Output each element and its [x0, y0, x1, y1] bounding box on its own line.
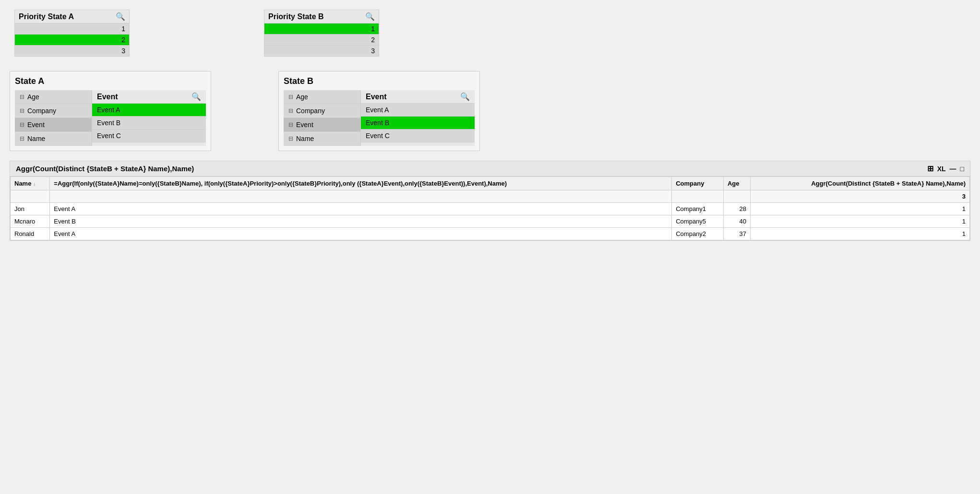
priority-state-a-table: Priority State A 🔍 1 2 3	[14, 10, 130, 57]
table-row: Mcnaro Event B Company5 40 1	[11, 215, 970, 228]
table-icon: ⊟	[288, 135, 293, 142]
state-b-fields: ⊟ Age ⊟ Company ⊟ Event ⊟ Name	[284, 90, 360, 146]
xl-label[interactable]: XL	[937, 165, 946, 173]
priority-a-search-icon[interactable]: 🔍	[116, 12, 125, 21]
table-row: Ronald Event A Company2 37 1	[11, 228, 970, 240]
state-a-title: State A	[15, 76, 206, 86]
state-b-event-dropdown: Event 🔍 Event A Event B Event C	[360, 90, 475, 146]
table-grid-icon[interactable]: ⊞	[927, 164, 933, 173]
col-header-company[interactable]: Company	[672, 177, 724, 190]
sort-arrow: ↓	[33, 181, 36, 187]
state-b-title: State B	[284, 76, 475, 86]
priority-b-row-2[interactable]: 2	[264, 34, 379, 45]
priority-b-header: Priority State B 🔍	[264, 10, 379, 23]
row-mcnaro-formula: Event B	[50, 215, 672, 228]
state-b-field-event[interactable]: ⊟ Event	[284, 118, 360, 132]
state-b-field-age[interactable]: ⊟ Age	[284, 90, 360, 104]
state-a-event-c[interactable]: Event C	[92, 129, 206, 142]
data-table: Name ↓ =Aggr(If(only({StateA}Name)=only(…	[10, 176, 970, 240]
state-b-panel: State B ⊟ Age ⊟ Company ⊟ Event ⊟ Name	[278, 71, 480, 151]
table-icon: ⊟	[20, 135, 24, 142]
col-header-formula[interactable]: =Aggr(If(only({StateA}Name)=only({StateB…	[50, 177, 672, 190]
table-icon: ⊟	[20, 121, 24, 128]
table-icon: ⊟	[288, 94, 293, 100]
state-a-field-event[interactable]: ⊟ Event	[15, 118, 92, 132]
row-jon-formula: Event A	[50, 203, 672, 215]
row-mcnaro-age: 40	[723, 215, 750, 228]
state-a-fields: ⊟ Age ⊟ Company ⊟ Event ⊟ Name	[15, 90, 92, 146]
state-b-content: ⊟ Age ⊟ Company ⊟ Event ⊟ Name Eve	[284, 90, 475, 146]
table-title: Aggr(Count(Distinct {StateB + StateA} Na…	[16, 165, 194, 173]
total-company	[672, 190, 724, 203]
table-icon: ⊟	[20, 107, 24, 114]
state-a-event-a[interactable]: Event A	[92, 104, 206, 117]
row-ronald-age: 37	[723, 228, 750, 240]
state-a-event-b[interactable]: Event B	[92, 117, 206, 129]
middle-section: State A ⊟ Age ⊟ Company ⊟ Event ⊟ Name	[5, 71, 975, 151]
row-ronald-aggr: 1	[750, 228, 969, 240]
table-total-row: 3	[11, 190, 970, 203]
state-a-field-name[interactable]: ⊟ Name	[15, 132, 92, 146]
col-header-age[interactable]: Age	[723, 177, 750, 190]
row-jon-age: 28	[723, 203, 750, 215]
col-header-aggr[interactable]: Aggr(Count(Distinct {StateB + StateA} Na…	[750, 177, 969, 190]
priority-b-title: Priority State B	[268, 12, 324, 21]
col-header-name[interactable]: Name ↓	[11, 177, 50, 190]
row-ronald-formula: Event A	[50, 228, 672, 240]
state-a-content: ⊟ Age ⊟ Company ⊟ Event ⊟ Name Eve	[15, 90, 206, 146]
state-a-event-dropdown: Event 🔍 Event A Event B Event C	[92, 90, 206, 146]
row-ronald-company: Company2	[672, 228, 724, 240]
main-table-section: Aggr(Count(Distinct {StateB + StateA} Na…	[10, 161, 970, 241]
state-a-event-header: Event 🔍	[92, 90, 206, 104]
row-jon-name: Jon	[11, 203, 50, 215]
priority-a-row-2[interactable]: 2	[15, 34, 129, 45]
minimize-icon[interactable]: —	[950, 165, 956, 173]
top-section: Priority State A 🔍 1 2 3 Priority State …	[5, 5, 975, 61]
priority-b-search-icon[interactable]: 🔍	[365, 12, 375, 21]
state-a-field-age[interactable]: ⊟ Age	[15, 90, 92, 104]
total-name	[11, 190, 50, 203]
state-b-event-search-icon[interactable]: 🔍	[460, 92, 470, 101]
priority-state-b-table: Priority State B 🔍 1 2 3	[264, 10, 379, 57]
priority-a-row-3[interactable]: 3	[15, 45, 129, 56]
table-icon: ⊟	[288, 121, 293, 128]
priority-b-row-3[interactable]: 3	[264, 45, 379, 56]
state-b-event-b[interactable]: Event B	[361, 117, 475, 129]
priority-a-title: Priority State A	[19, 12, 74, 21]
row-ronald-name: Ronald	[11, 228, 50, 240]
priority-b-row-1[interactable]: 1	[264, 23, 379, 34]
row-mcnaro-company: Company5	[672, 215, 724, 228]
state-a-panel: State A ⊟ Age ⊟ Company ⊟ Event ⊟ Name	[10, 71, 211, 151]
row-jon-company: Company1	[672, 203, 724, 215]
state-b-event-c[interactable]: Event C	[361, 129, 475, 142]
state-b-event-a[interactable]: Event A	[361, 104, 475, 117]
table-title-bar: Aggr(Count(Distinct {StateB + StateA} Na…	[10, 161, 970, 176]
state-a-event-search-icon[interactable]: 🔍	[191, 92, 201, 101]
table-row: Jon Event A Company1 28 1	[11, 203, 970, 215]
table-header-row: Name ↓ =Aggr(If(only({StateA}Name)=only(…	[11, 177, 970, 190]
state-b-event-header: Event 🔍	[361, 90, 475, 104]
priority-a-header: Priority State A 🔍	[15, 10, 129, 23]
state-b-field-name[interactable]: ⊟ Name	[284, 132, 360, 146]
total-age	[723, 190, 750, 203]
table-toolbar: ⊞ XL — □	[927, 164, 964, 173]
total-formula	[50, 190, 672, 203]
total-aggr: 3	[750, 190, 969, 203]
table-icon: ⊟	[288, 107, 293, 114]
priority-a-row-1[interactable]: 1	[15, 23, 129, 34]
row-mcnaro-name: Mcnaro	[11, 215, 50, 228]
state-b-field-company[interactable]: ⊟ Company	[284, 104, 360, 118]
row-mcnaro-aggr: 1	[750, 215, 969, 228]
row-jon-aggr: 1	[750, 203, 969, 215]
maximize-icon[interactable]: □	[960, 165, 964, 173]
table-icon: ⊟	[20, 94, 24, 100]
state-a-field-company[interactable]: ⊟ Company	[15, 104, 92, 118]
